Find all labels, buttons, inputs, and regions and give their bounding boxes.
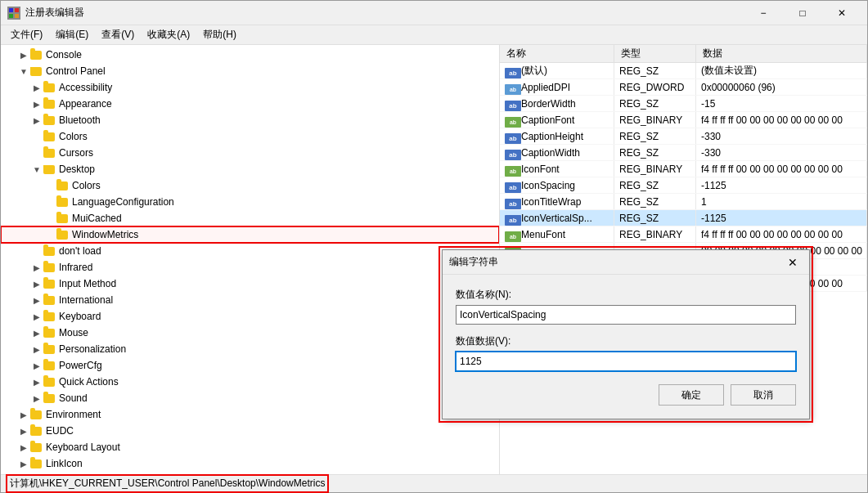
- dialog-cancel-button[interactable]: 取消: [731, 384, 796, 406]
- dialog-name-input[interactable]: [456, 305, 796, 325]
- dialog-title-bar: 编辑字符串 ✕: [443, 250, 809, 275]
- edit-string-dialog: 编辑字符串 ✕ 数值名称(N): 数值数据(V): 确定 取消: [442, 249, 810, 419]
- dialog-close-button[interactable]: ✕: [783, 253, 803, 272]
- dialog-buttons: 确定 取消: [456, 384, 796, 406]
- dialog-overlay: 编辑字符串 ✕ 数值名称(N): 数值数据(V): 确定 取消: [0, 0, 868, 493]
- dialog-ok-button[interactable]: 确定: [659, 384, 724, 406]
- dialog-data-input[interactable]: [456, 352, 796, 371]
- dialog-data-label: 数值数据(V):: [456, 334, 796, 348]
- dialog-title-text: 编辑字符串: [449, 255, 783, 269]
- dialog-name-label: 数值名称(N):: [456, 288, 796, 302]
- dialog-body: 数值名称(N): 数值数据(V): 确定 取消: [443, 275, 809, 419]
